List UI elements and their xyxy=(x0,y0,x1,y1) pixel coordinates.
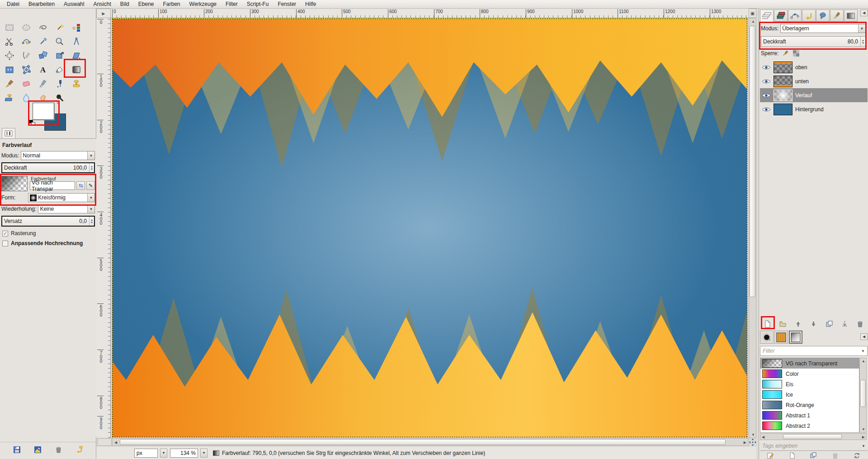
layer-row[interactable]: unten xyxy=(760,74,868,88)
tab-undo-history[interactable] xyxy=(802,9,816,22)
text-tool[interactable]: A xyxy=(34,62,51,76)
form-select[interactable]: Kreisförmig ▼ xyxy=(28,193,95,202)
layer-opacity-slider[interactable]: Deckkraft 80,0 ▲▼ xyxy=(761,36,866,47)
lower-icon[interactable] xyxy=(810,320,817,328)
chevron-down-icon[interactable]: ▼ xyxy=(87,151,94,160)
chevron-down-icon[interactable]: ▼ xyxy=(858,24,865,33)
gradient-list-item[interactable]: Eis xyxy=(760,379,859,389)
gradient-list-item[interactable]: Abstract 2 xyxy=(760,421,859,431)
scroll-right-icon[interactable]: ▶ xyxy=(744,440,746,445)
align-tool[interactable] xyxy=(18,48,34,62)
gradient-list-hscrollbar[interactable]: ◀ ▶ xyxy=(760,433,867,440)
reset-colors-icon[interactable] xyxy=(29,120,36,126)
edit-gradient-icon[interactable] xyxy=(767,452,774,459)
reset-options-icon[interactable] xyxy=(75,446,83,454)
layer-row[interactable]: oben xyxy=(760,60,868,74)
tab-layers[interactable] xyxy=(760,9,774,22)
measure-tool[interactable] xyxy=(68,34,85,48)
scroll-down-icon[interactable]: ▼ xyxy=(751,433,755,437)
offset-slider[interactable]: Versatz 0,0 ▲▼ xyxy=(1,216,95,227)
tab-brushes[interactable] xyxy=(830,9,844,22)
raise-icon[interactable] xyxy=(794,320,802,328)
ellipse-select-tool[interactable] xyxy=(18,20,34,34)
tab-pointer[interactable] xyxy=(816,9,830,22)
scroll-down-icon[interactable]: ▼ xyxy=(862,427,865,431)
tags-input[interactable]: Tags eingeben ▼ xyxy=(760,441,868,451)
gradient-list-item[interactable]: Rot-Orange xyxy=(760,400,859,410)
dithering-checkbox[interactable]: ✓ xyxy=(2,231,8,237)
chevron-down-icon[interactable]: ▼ xyxy=(862,444,865,448)
new-gradient-icon[interactable] xyxy=(789,452,796,459)
free-select-tool[interactable] xyxy=(34,20,51,34)
spinner-arrows-icon[interactable]: ▲▼ xyxy=(89,163,94,172)
repeat-select[interactable]: Keine ▼ xyxy=(38,204,95,213)
layer-row[interactable]: Verlauf xyxy=(760,88,868,102)
vertical-scrollbar-thumb[interactable] xyxy=(750,26,755,297)
spinner-arrows-icon[interactable]: ▲▼ xyxy=(860,37,865,47)
scroll-up-icon[interactable]: ▲ xyxy=(862,359,865,363)
lock-pixels-icon[interactable] xyxy=(782,50,789,57)
paths-tool[interactable] xyxy=(18,34,34,48)
lock-alpha-icon[interactable] xyxy=(793,50,799,57)
delete-icon[interactable] xyxy=(856,320,864,328)
menu-item[interactable]: Bearbeiten xyxy=(24,0,59,8)
airbrush-tool[interactable] xyxy=(34,76,51,90)
brushes-dialog-tab[interactable]: + xyxy=(760,331,774,344)
menu-item[interactable]: Ebene xyxy=(134,0,158,8)
visibility-eye-icon[interactable] xyxy=(762,107,771,112)
tab-gradients[interactable] xyxy=(844,9,858,22)
gradient-name-button[interactable]: VG nach Transpar xyxy=(30,181,75,190)
perspective-clone-tool[interactable] xyxy=(1,90,18,104)
chevron-down-icon[interactable]: ▼ xyxy=(200,449,208,458)
gradient-list-item[interactable]: Color xyxy=(760,369,859,379)
duplicate-gradient-icon[interactable] xyxy=(810,452,817,459)
new-gradient-icon[interactable] xyxy=(764,320,771,328)
scrollbar-thumb[interactable] xyxy=(783,434,842,439)
chevron-down-icon[interactable]: ▼ xyxy=(87,205,94,213)
menu-item[interactable]: Filter xyxy=(222,0,242,8)
move-tool[interactable] xyxy=(1,48,18,62)
rectangle-select-tool[interactable] xyxy=(1,20,18,34)
scroll-left-icon[interactable]: ◀ xyxy=(762,435,764,439)
opacity-slider[interactable]: Deckkraft 100,0 ▲▼ xyxy=(1,162,95,173)
visibility-eye-icon[interactable] xyxy=(762,93,771,98)
scissors-select-tool[interactable] xyxy=(1,34,18,48)
restore-options-icon[interactable] xyxy=(34,446,42,454)
visibility-eye-icon[interactable] xyxy=(762,79,771,84)
foreground-color-swatch[interactable] xyxy=(33,103,54,120)
chevron-down-icon[interactable]: ▼ xyxy=(861,349,865,353)
canvas-image[interactable] xyxy=(112,19,747,437)
open-folder-icon[interactable] xyxy=(779,320,787,328)
layer-row[interactable]: Hintergrund xyxy=(760,102,868,116)
paintbrush-tool[interactable] xyxy=(1,76,18,90)
horizontal-scrollbar[interactable]: ◀ ▶ xyxy=(112,438,749,446)
tab-paths[interactable] xyxy=(788,9,802,22)
save-options-icon[interactable] xyxy=(13,446,21,454)
fuzzy-select-tool[interactable] xyxy=(51,20,68,34)
collapse-dialog-icon[interactable]: ◀ xyxy=(860,333,868,340)
menu-item[interactable]: Ansicht xyxy=(89,0,115,8)
menu-item[interactable]: Hilfe xyxy=(301,0,320,8)
menu-item[interactable]: Fenster xyxy=(274,0,300,8)
gradient-tool[interactable] xyxy=(68,62,85,76)
menu-item[interactable]: Script-Fu xyxy=(243,0,273,8)
chevron-down-icon[interactable]: ▼ xyxy=(160,449,167,458)
zoom-follow-window-button[interactable]: ▣ xyxy=(749,9,756,18)
zoom-tool[interactable] xyxy=(51,34,68,48)
delete-options-icon[interactable] xyxy=(55,446,62,454)
horizontal-scrollbar-thumb[interactable] xyxy=(120,439,726,445)
vertical-scrollbar[interactable]: ▲ ▼ xyxy=(749,18,756,438)
unit-select[interactable]: px xyxy=(134,449,158,458)
swap-colors-icon[interactable]: ⇅ xyxy=(56,100,60,105)
gradient-list-item[interactable]: VG nach Transparent xyxy=(760,358,859,369)
gradient-list-item[interactable]: Ice xyxy=(760,389,859,400)
menu-item[interactable]: Bild xyxy=(116,0,133,8)
layer-mode-select[interactable]: Überlagern ▼ xyxy=(780,24,866,33)
gradient-preview[interactable] xyxy=(1,176,28,191)
quickmask-button[interactable] xyxy=(97,438,112,446)
duplicate-icon[interactable] xyxy=(826,320,833,328)
scroll-right-icon[interactable]: ▶ xyxy=(862,435,865,439)
select-by-color-tool[interactable] xyxy=(68,20,85,34)
menu-item[interactable]: Auswahl xyxy=(60,0,88,8)
menu-item[interactable]: Werkzeuge xyxy=(185,0,221,8)
